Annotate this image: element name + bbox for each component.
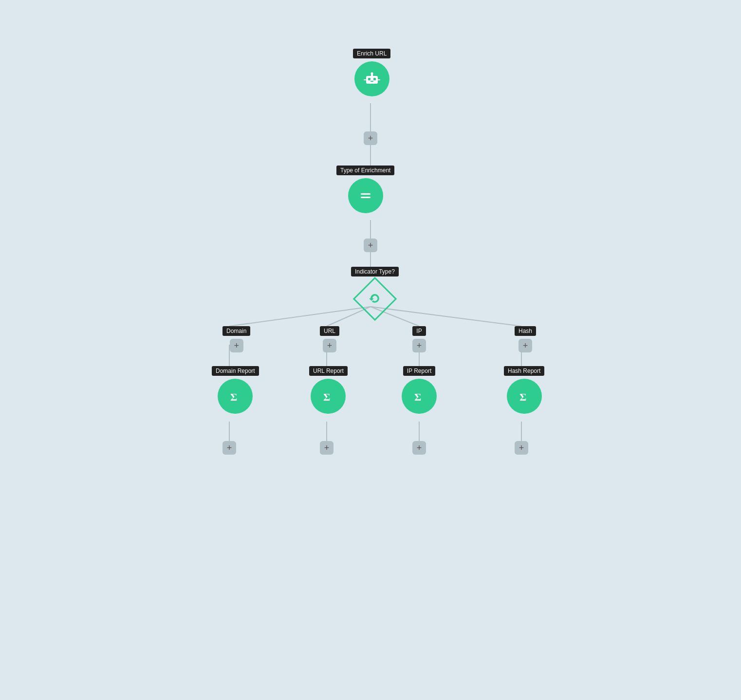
- enrich-url-node: Enrich URL: [353, 49, 390, 96]
- domain-branch: Domain +: [222, 326, 250, 352]
- type-of-enrichment-circle[interactable]: [348, 178, 383, 213]
- ip-report-node: IP Report Σ: [402, 366, 437, 414]
- ip-plus-btn[interactable]: +: [412, 339, 426, 352]
- plus-btn-1[interactable]: +: [364, 131, 377, 145]
- url-bottom-plus[interactable]: +: [320, 441, 333, 455]
- svg-point-21: [370, 73, 373, 75]
- sigma-icon-domain: Σ: [226, 387, 244, 405]
- svg-text:Σ: Σ: [519, 391, 526, 403]
- enrich-url-label: Enrich URL: [353, 49, 390, 58]
- domain-report-circle[interactable]: Σ: [218, 379, 253, 414]
- domain-bottom-plus[interactable]: +: [222, 441, 236, 455]
- indicator-type-node: Indicator Type?: [351, 267, 399, 318]
- hash-report-plus-btn[interactable]: +: [515, 441, 528, 455]
- url-report-label: URL Report: [309, 366, 348, 376]
- url-branch: URL +: [320, 326, 339, 352]
- sigma-icon-hash: Σ: [516, 387, 533, 405]
- equals-icon: [357, 187, 374, 204]
- enrich-url-circle[interactable]: [354, 61, 389, 96]
- plus-btn-2[interactable]: +: [364, 239, 377, 252]
- indicator-type-diamond[interactable]: [355, 279, 394, 318]
- hash-label: Hash: [515, 326, 536, 336]
- domain-plus-btn[interactable]: +: [230, 339, 243, 352]
- robot-icon: [363, 70, 381, 88]
- workflow-canvas: Enrich URL + Type of Enrichment: [151, 29, 590, 662]
- hash-report-node: Hash Report Σ: [504, 366, 544, 414]
- hash-bottom-plus[interactable]: +: [515, 441, 528, 455]
- ip-branch: IP +: [412, 326, 426, 352]
- ip-bottom-plus[interactable]: +: [412, 441, 426, 455]
- svg-rect-19: [370, 81, 373, 82]
- svg-rect-18: [373, 78, 376, 80]
- svg-text:Σ: Σ: [414, 391, 421, 403]
- svg-rect-25: [361, 197, 370, 198]
- svg-text:Σ: Σ: [230, 391, 237, 403]
- url-report-node: URL Report Σ: [309, 366, 348, 414]
- ip-report-circle[interactable]: Σ: [402, 379, 437, 414]
- domain-report-node: Domain Report Σ: [212, 366, 259, 414]
- svg-line-4: [229, 307, 370, 326]
- svg-rect-16: [366, 76, 378, 84]
- ip-label: IP: [412, 326, 426, 336]
- svg-rect-17: [368, 78, 370, 80]
- svg-text:Σ: Σ: [323, 391, 330, 403]
- diamond-shape: [353, 277, 397, 321]
- hash-plus-btn[interactable]: +: [519, 339, 532, 352]
- domain-report-label: Domain Report: [212, 366, 259, 376]
- svg-rect-24: [361, 193, 370, 195]
- domain-report-plus-btn[interactable]: +: [222, 441, 236, 455]
- domain-label: Domain: [222, 326, 250, 336]
- url-plus-btn[interactable]: +: [323, 339, 336, 352]
- sync-icon: [368, 292, 382, 306]
- url-label: URL: [320, 326, 339, 336]
- hash-report-circle[interactable]: Σ: [507, 379, 542, 414]
- hash-branch: Hash +: [515, 326, 536, 352]
- plus-button-2[interactable]: +: [364, 239, 377, 252]
- hash-report-label: Hash Report: [504, 366, 544, 376]
- diamond-inner: [368, 292, 382, 306]
- plus-button-1[interactable]: +: [364, 131, 377, 145]
- ip-report-plus-btn[interactable]: +: [412, 441, 426, 455]
- sigma-icon-ip: Σ: [410, 387, 428, 405]
- sigma-icon-url: Σ: [319, 387, 337, 405]
- url-report-circle[interactable]: Σ: [311, 379, 346, 414]
- url-report-plus-btn[interactable]: +: [320, 441, 333, 455]
- indicator-type-label: Indicator Type?: [351, 267, 399, 276]
- type-of-enrichment-label: Type of Enrichment: [336, 166, 394, 175]
- type-of-enrichment-node: Type of Enrichment: [336, 166, 394, 213]
- ip-report-label: IP Report: [403, 366, 435, 376]
